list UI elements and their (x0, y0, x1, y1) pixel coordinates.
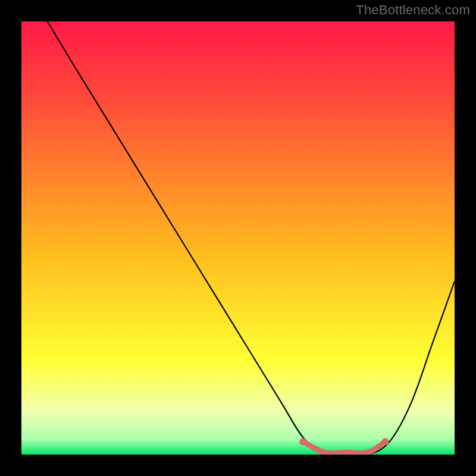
highlight-endpoint-right (382, 438, 389, 445)
highlight-endpoint-left (299, 438, 306, 445)
chart-frame: TheBottleneck.com (0, 0, 476, 476)
bottleneck-curve-plot (21, 21, 455, 455)
watermark-text: TheBottleneck.com (356, 2, 470, 18)
